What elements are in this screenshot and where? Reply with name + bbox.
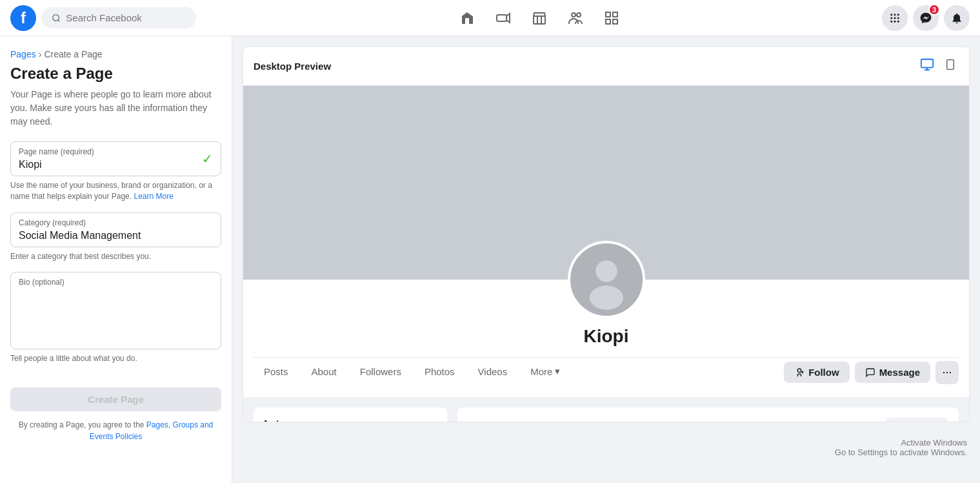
category-label: Category (required) (19, 218, 213, 227)
profile-section: Kiopi Posts About Followers Photos Video… (243, 280, 969, 397)
svg-rect-8 (613, 12, 617, 17)
nav-left: f (10, 5, 196, 31)
svg-point-5 (572, 13, 575, 17)
preview-title: Desktop Preview (254, 61, 331, 72)
svg-point-18 (894, 20, 896, 22)
category-field[interactable]: Category (required) (10, 212, 221, 247)
preview-view-toggles (917, 55, 959, 77)
tab-more[interactable]: More ▾ (520, 358, 570, 387)
svg-point-13 (897, 14, 899, 15)
home-icon (459, 10, 475, 26)
svg-rect-9 (606, 19, 610, 24)
posts-section: Posts Filters (457, 407, 959, 422)
message-button[interactable]: Message (855, 362, 930, 383)
more-chevron: ▾ (555, 365, 560, 377)
intro-title: Intro (264, 418, 437, 422)
category-helper: Enter a category that best describes you… (10, 251, 221, 262)
svg-point-11 (890, 14, 892, 15)
check-icon: ✓ (202, 151, 213, 167)
category-input[interactable] (19, 230, 213, 242)
svg-line-1 (58, 19, 60, 21)
profile-tabs: Posts About Followers Photos Videos More… (254, 357, 959, 387)
preview-header: Desktop Preview (243, 47, 969, 86)
svg-rect-7 (606, 12, 610, 17)
nav-right-actions: 3 (882, 5, 970, 31)
video-icon (495, 10, 511, 26)
activate-windows-watermark: Activate Windows Go to Settings to activ… (835, 438, 967, 457)
video-nav-button[interactable] (488, 3, 519, 34)
svg-point-15 (894, 17, 896, 19)
svg-rect-10 (613, 19, 617, 24)
group-nav-button[interactable] (560, 3, 591, 34)
search-bar-container[interactable] (41, 7, 196, 28)
terms-text: By creating a Page, you agree to the Pag… (10, 419, 221, 442)
tabs-right: Follow Message ··· (784, 361, 959, 384)
search-input[interactable] (66, 12, 186, 23)
svg-point-26 (595, 260, 617, 282)
store-nav-button[interactable] (524, 3, 555, 34)
svg-rect-20 (921, 59, 933, 68)
desktop-icon (920, 57, 934, 72)
avatar-silhouette (570, 241, 643, 318)
message-icon (865, 367, 875, 378)
mobile-icon (945, 57, 956, 72)
tab-videos[interactable]: Videos (468, 358, 518, 387)
breadcrumb-pages-link[interactable]: Pages (10, 49, 36, 59)
filters-button[interactable]: Filters (885, 418, 948, 422)
home-nav-button[interactable] (452, 3, 483, 34)
posts-header: Posts Filters (457, 407, 959, 422)
tab-posts[interactable]: Posts (254, 358, 299, 387)
posts-title: Posts (468, 421, 503, 422)
messenger-button[interactable]: 3 (913, 5, 939, 31)
left-sidebar: Pages › Create a Page Create a Page Your… (0, 36, 232, 483)
store-icon (532, 10, 547, 26)
more-actions-button[interactable]: ··· (935, 361, 959, 384)
follow-icon (794, 367, 805, 378)
bell-icon (950, 12, 963, 25)
apps-grid-button[interactable] (882, 5, 908, 31)
menu-nav-button[interactable] (596, 3, 627, 34)
avatar-wrapper (568, 241, 645, 318)
page-name-group: Page name (required) ✓ Use the name of y… (10, 141, 221, 202)
group-icon (568, 10, 583, 26)
messenger-badge: 3 (928, 4, 940, 15)
facebook-logo[interactable]: f (10, 5, 36, 31)
bio-field[interactable]: Bio (optional) (10, 272, 221, 349)
bio-textarea[interactable] (19, 289, 213, 341)
preview-container: Desktop Preview (243, 46, 970, 422)
page-name-helper: Use the name of your business, brand or … (10, 180, 221, 202)
desktop-preview-button[interactable] (917, 55, 937, 77)
page-name-label: Page name (required) (19, 147, 213, 156)
svg-point-27 (589, 285, 623, 309)
svg-point-28 (797, 369, 801, 372)
breadcrumb: Pages › Create a Page (10, 49, 221, 59)
right-content: Desktop Preview (232, 36, 980, 483)
page-name-preview: Kiopi (584, 326, 629, 347)
page-preview: Kiopi Posts About Followers Photos Video… (243, 86, 969, 422)
search-icon (52, 13, 61, 23)
notifications-button[interactable] (944, 5, 970, 31)
tab-about[interactable]: About (301, 358, 347, 387)
preview-scroll-area[interactable]: Kiopi Posts About Followers Photos Video… (243, 86, 969, 422)
page-name-field[interactable]: Page name (required) ✓ (10, 141, 221, 176)
svg-point-16 (897, 17, 899, 19)
mobile-preview-button[interactable] (942, 55, 959, 77)
svg-rect-2 (497, 15, 506, 21)
create-page-button[interactable]: Create Page (10, 387, 221, 411)
tab-photos[interactable]: Photos (414, 358, 465, 387)
bio-label: Bio (optional) (19, 278, 213, 287)
tab-followers[interactable]: Followers (350, 358, 412, 387)
pages-policy-link[interactable]: Pages (146, 420, 168, 429)
svg-point-17 (890, 20, 892, 22)
avatar (568, 241, 645, 318)
top-navigation: f 3 (0, 0, 980, 36)
page-description: Your Page is where people go to learn mo… (10, 88, 221, 128)
tabs-left: Posts About Followers Photos Videos More… (254, 358, 570, 387)
follow-button[interactable]: Follow (784, 362, 850, 383)
svg-point-0 (53, 14, 59, 21)
learn-more-link[interactable]: Learn More (134, 192, 173, 201)
svg-point-14 (890, 17, 892, 19)
page-name-input[interactable] (19, 159, 213, 170)
bio-helper: Tell people a little about what you do. (10, 353, 221, 364)
svg-point-19 (897, 20, 899, 22)
